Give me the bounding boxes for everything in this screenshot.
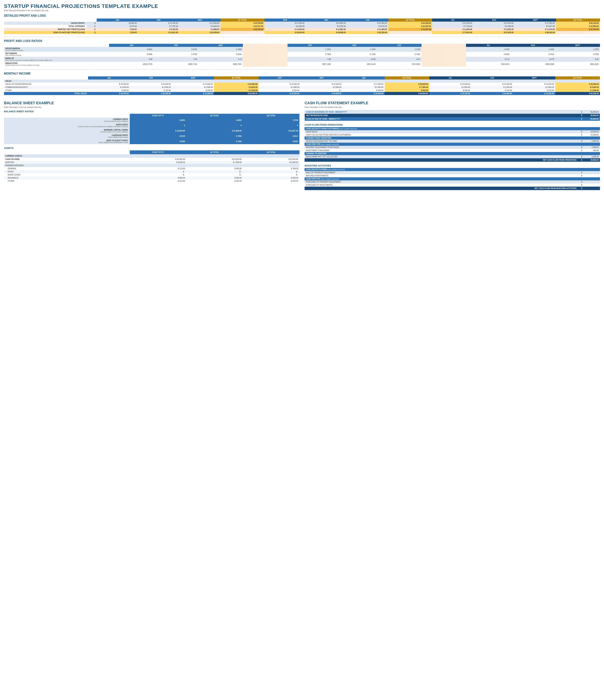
cash-flow-section: CASH FLOW STATEMENT EXAMPLE Enter inform… xyxy=(305,98,600,190)
pl-gross-profit-row: GROSS PROFIT $ 16,800.00 $ 15,400.00 $ 1… xyxy=(4,22,600,25)
pl-hdr-jun: JUN xyxy=(347,19,388,22)
assets-general-label: GENERAL xyxy=(4,167,130,170)
pl-hdr-q2: Q2 TOTAL xyxy=(388,19,432,22)
cf-sales-uncollected-row: SALES MADE NOT YET COLLECTED $ 2,000.00 xyxy=(305,155,600,158)
ratio-mu-sublabel: ((Net Income Less Cost of Goods Sold)/(C… xyxy=(5,59,108,61)
assets-prepaid-label: PREPAID EXPENSES xyxy=(4,164,299,167)
cf-investing-total-value: - xyxy=(583,186,600,190)
page-title: STARTUP FINANCIAL PROJECTIONS TEMPLATE E… xyxy=(4,3,600,9)
cf-cashpaid-header: CASH PAID FOR (enter negative amounts) xyxy=(305,143,600,146)
ratio-breakeven-row: BREAK-EVEN (Expenses/((1-(Cost of Goods … xyxy=(4,62,600,67)
income-sales-header-row: SALES xyxy=(4,79,600,82)
cf-cash-sales-label: CASH SALES xyxy=(305,130,578,133)
income-total-label: TOTAL SALES xyxy=(4,92,88,95)
cf-investing-total-row: NET CASH FLOW FROM INVESTING ACTIVITIES … xyxy=(305,186,600,190)
bs-de-sublabel: (Total Liabilities/Total Shareholders Fu… xyxy=(6,142,128,143)
cf-ops-total-value: 39,850.00 xyxy=(583,158,600,162)
bottom-two-col: BALANCE SHEET EXAMPLE Enter information … xyxy=(4,98,600,190)
bs-de-label: DEBT-TO-EQUITY RATIO xyxy=(6,140,128,142)
bs-lev-label: LEVERAGE RATIO xyxy=(6,134,128,136)
assets-rates-row: RATES $ - $ - $ - xyxy=(4,170,299,173)
pl-hdr-mar: MAR xyxy=(179,19,221,22)
ratio-gm-label: GROSS MARGIN xyxy=(5,47,108,49)
assets-other-row: OTHER $ 123.00 $ 532.00 $ 678.00 xyxy=(4,179,299,182)
cf-purchase-property-row: PURCHASE OF PROPERTY/EQUIPMENT $ - xyxy=(305,180,600,183)
pl-hdr-feb: FEB xyxy=(138,19,179,22)
cf-matured-investments-row: MATURED INVESTMENTS $ - xyxy=(305,174,600,177)
ratio-hdr-feb: FEB xyxy=(154,44,199,47)
cf-funding-debtors-hdr-label: FUNDING TO DEBTORS xyxy=(305,152,600,155)
ratio-gm-sublabel: (Gross Profit/Net Income) xyxy=(5,49,108,51)
assets-rates-label: RATES xyxy=(4,170,130,173)
bs-ratios-table: START OF FY Q2 TOTAL Q4 TOTAL CURRENT RA… xyxy=(4,114,299,144)
income-comm-label: COMMISSIONS/FEES/ETC. xyxy=(4,86,88,89)
cf-sale-property-row: SALE OF PROPERTY/EQUIPMENT $ - xyxy=(305,171,600,174)
cf-stock-label: STOCK PURCHASED NOT YET PAID xyxy=(305,140,578,143)
bs-qr-sublabel: (Current Assets Less Inventory)/(Current… xyxy=(6,126,128,127)
cf-investing-total-label: NET CASH FLOW FROM INVESTING ACTIVITIES xyxy=(305,186,578,190)
pl-expenses-label: TOTAL EXPENSES xyxy=(4,25,86,28)
ratio-net-margin-row: NET MARGIN (Net Profit/Net Income) 0.390… xyxy=(4,52,600,57)
pl-gross-jan: 16,800.00 xyxy=(97,22,138,25)
bs-wc-sublabel: (Current Assets Less Current Liabilities… xyxy=(6,131,128,133)
ratio-hdr-jun: JUN xyxy=(377,44,422,47)
assets-title: ASSETS xyxy=(4,147,299,149)
ratio-hdr-jul: JUL xyxy=(466,44,511,47)
ratio-nm-sublabel: (Net Profit/Net Income) xyxy=(5,54,108,56)
pl-ytd-label: YEAR-TO-DATE NET PROFIT/(LOSS) xyxy=(4,31,86,34)
income-total-row: TOTAL SALES $ 19,100.00 $ 18,200.00 $ 15… xyxy=(4,92,600,95)
bs-wc-label: WORKING CAPITAL FUNDS xyxy=(6,129,128,131)
assets-debtors-row: DEBTORS $ 8,000.00 $ 7,000.00 $ 6,000.00 xyxy=(4,161,299,164)
cf-investing-table: CASH RECEIPTS FROM (enter positive amoun… xyxy=(305,168,600,190)
ratio-be-label: BREAK-EVEN xyxy=(5,62,108,64)
cf-beginning-row: CASH AT BEGINNING OF YEAR - MM/DD/YYYY $… xyxy=(305,110,600,114)
assets-table: START OF FY Q2 TOTAL Q4 TOTAL CURRENT AS… xyxy=(4,150,299,182)
section-detailed-pl: DETAILED PROFIT AND LOSS xyxy=(4,14,600,18)
bs-subtitle: Enter information in the non-shaded cell… xyxy=(4,106,299,108)
pl-total-expenses-row: TOTAL EXPENSES $ 9,574.00 $ 7,075.00 $ 6… xyxy=(4,25,600,28)
investing-title: INVESTING ACTIVITIES xyxy=(305,164,600,167)
ratio-mu-label: MARK-UP xyxy=(5,57,108,59)
balance-sheet-section: BALANCE SHEET EXAMPLE Enter information … xyxy=(4,98,299,190)
pl-ratios-table: JAN FEB MAR APR MAY JUN JUL AUG SEPT GRO… xyxy=(4,44,600,67)
cf-title: CASH FLOW STATEMENT EXAMPLE xyxy=(305,101,600,105)
income-sales-label: SALES xyxy=(4,79,600,82)
assets-hdr-startfy: START OF FY xyxy=(130,150,186,154)
pl-monthly-net-row: MONTHLY NET PROFIT/(LOSS) $ 7,226.00 $ 8… xyxy=(4,28,600,31)
cf-matured-label: MATURED INVESTMENTS xyxy=(305,174,578,177)
cf-inv-receipts-hdr: CASH RECEIPTS FROM (enter positive amoun… xyxy=(305,168,600,171)
ratio-hdr-mar: MAR xyxy=(198,44,243,47)
assets-hdr-q4: Q4 TOTAL xyxy=(243,150,299,154)
cf-beginning-label: CASH AT BEGINNING OF YEAR - MM/DD/YYYY xyxy=(305,110,578,114)
cf-inv-receipts-header: CASH RECEIPTS FROM (enter positive amoun… xyxy=(305,168,600,171)
section-monthly-income: MONTHLY INCOME xyxy=(4,72,600,75)
bs-quick-ratio-row: QUICK RATIO (Current Assets Less Invento… xyxy=(4,123,299,128)
assets-debtors-label: DEBTORS xyxy=(4,161,130,164)
assets-hdr-q2: Q2 TOTAL xyxy=(186,150,243,154)
cf-end-value: 69,850.00 xyxy=(583,117,600,121)
pl-hdr-q3: Q3 TOTAL xyxy=(556,19,600,22)
detailed-pl-table: JAN FEB MAR Q1 TOTAL APR MAY JUN Q2 TOTA… xyxy=(4,19,600,34)
bs-lev-sublabel: (Total Liabilities/Total Assets) xyxy=(6,136,128,138)
cf-inv-cashpaid-header: CASH PAID FOR (enter negative amounts) xyxy=(305,177,600,180)
pl-hdr-apr: APR xyxy=(264,19,306,22)
bs-title: BALANCE SHEET EXAMPLE xyxy=(4,101,299,105)
assets-cash-row: CASH ON HAND $ 30,000.00 $ 25,000.00 $ 3… xyxy=(4,158,299,161)
pl-ytd-row: YEAR-TO-DATE NET PROFIT/(LOSS) $ 7,226.0… xyxy=(4,31,600,34)
cf-ops-total-row: NET CASH FLOW FROM OPERATIONS $ 39,850.0… xyxy=(305,158,600,162)
cf-property-label: PROPERTY/EQUIPMENT PURCHASES xyxy=(305,146,578,149)
divider-ratios xyxy=(4,36,600,37)
income-commissions-row: COMMISSIONS/FEES/ETC. $ 3,500.00 $ 2,500… xyxy=(4,86,600,89)
cf-operations-table: CASH RECEIPTS FROM CUSTOMERS (enter posi… xyxy=(305,127,600,162)
ratio-hdr-sept: SEPT xyxy=(555,44,600,47)
bs-current-ratio-row: CURRENT RATIO (Current Assets/Current Li… xyxy=(4,118,299,123)
bs-cr-label: CURRENT RATIO xyxy=(6,118,128,120)
assets-general-row: GENERAL $ 123.00 $ 456.00 $ 789.00 xyxy=(4,167,299,170)
pl-hdr-jan: JAN xyxy=(97,19,138,22)
ratio-hdr-may: MAY xyxy=(332,44,377,47)
cf-funding-creditors-header: FUNDING FROM CREDITORS xyxy=(305,136,600,140)
pl-hdr-q1: Q1 TOTAL xyxy=(220,19,264,22)
cf-ops-title: CASH FLOW FROM OPERATIONS xyxy=(305,123,600,126)
assets-insurance-label: INSURANCE xyxy=(4,176,130,179)
ratio-hdr-aug: AUG xyxy=(511,44,555,47)
